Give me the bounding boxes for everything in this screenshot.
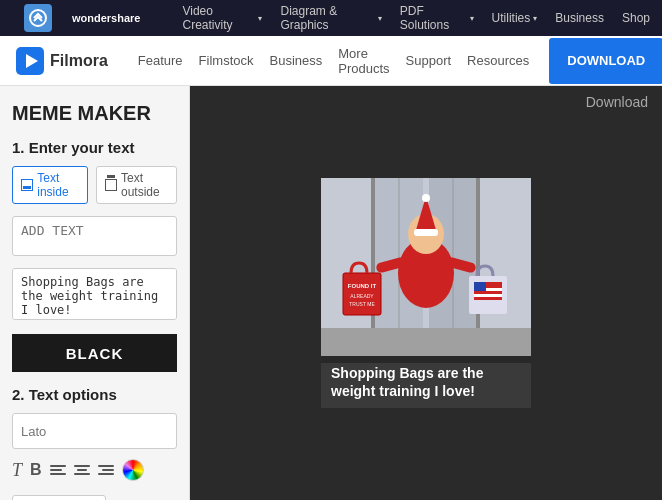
align-center-icon[interactable] <box>74 465 90 475</box>
sec-nav-items: Feature Filmstock Business More Products… <box>138 46 529 76</box>
meme-image: FOUND IT ALREADY TRUST ME Shopping Bags … <box>321 178 531 408</box>
bottom-text-input[interactable]: Shopping Bags are the weight training I … <box>12 268 177 320</box>
secondary-navigation: Filmora Feature Filmstock Business More … <box>0 36 662 86</box>
caption-bar: Shopping Bags are the weight training I … <box>321 356 531 408</box>
section1-label: 1. Enter your text <box>12 139 177 156</box>
svg-rect-15 <box>414 229 438 236</box>
top-nav-items: Video Creativity ▾ Diagram & Graphics ▾ … <box>182 4 650 32</box>
text-inside-option[interactable]: Text inside <box>12 166 88 204</box>
sec-nav-more-products[interactable]: More Products <box>338 46 389 76</box>
sec-nav-feature[interactable]: Feature <box>138 53 183 68</box>
caption-text: Shopping Bags are the weight training I … <box>331 364 521 400</box>
section2-label: 2. Text options <box>12 386 177 403</box>
main-layout: MEME MAKER 1. Enter your text Text insid… <box>0 86 662 500</box>
sec-nav-buttons: DOWNLOAD BUY NOW <box>549 38 662 84</box>
wondershare-logo[interactable]: wondershare <box>12 0 152 36</box>
reset-button[interactable]: ↺ RESET <box>12 495 106 500</box>
align-right-icon[interactable] <box>98 465 114 475</box>
nav-shop[interactable]: Shop <box>622 11 650 25</box>
sec-nav-business[interactable]: Business <box>270 53 323 68</box>
svg-text:ALREADY: ALREADY <box>350 293 374 299</box>
nav-utilities[interactable]: Utilities ▾ <box>492 11 538 25</box>
content-area: Download <box>190 86 662 500</box>
svg-rect-28 <box>474 282 486 291</box>
align-left-icon[interactable] <box>50 465 66 475</box>
nav-video-creativity[interactable]: Video Creativity ▾ <box>182 4 262 32</box>
sec-nav-resources[interactable]: Resources <box>467 53 529 68</box>
font-size-icon[interactable]: T <box>12 460 22 481</box>
chevron-down-icon: ▾ <box>470 14 474 23</box>
logo-text: wondershare <box>72 12 140 24</box>
sidebar-title: MEME MAKER <box>12 102 177 125</box>
svg-point-16 <box>422 194 430 202</box>
download-button[interactable]: DOWNLOAD <box>549 38 662 84</box>
svg-text:FOUND IT: FOUND IT <box>348 283 377 289</box>
sec-nav-support[interactable]: Support <box>406 53 452 68</box>
text-position-row: Text inside Text outside <box>12 166 177 204</box>
chevron-down-icon: ▾ <box>378 14 382 23</box>
chevron-down-icon: ▾ <box>533 14 537 23</box>
download-main-button[interactable]: Download <box>586 94 648 110</box>
color-picker-icon[interactable] <box>122 459 144 481</box>
logo-icon <box>24 4 52 32</box>
filmora-brand-text: Filmora <box>50 52 108 70</box>
sidebar: MEME MAKER 1. Enter your text Text insid… <box>0 86 190 500</box>
nav-business[interactable]: Business <box>555 11 604 25</box>
bold-icon[interactable]: B <box>30 461 42 479</box>
text-inside-icon <box>21 179 33 191</box>
font-input[interactable] <box>12 413 177 449</box>
filmora-logo-icon <box>16 47 44 75</box>
meme-scene-svg: FOUND IT ALREADY TRUST ME <box>321 178 531 363</box>
svg-rect-27 <box>474 294 502 297</box>
svg-text:TRUST ME: TRUST ME <box>349 301 375 307</box>
top-navigation: wondershare Video Creativity ▾ Diagram &… <box>0 0 662 36</box>
text-tools-row: T B <box>12 459 177 481</box>
nav-diagram-graphics[interactable]: Diagram & Graphics ▾ <box>280 4 381 32</box>
filmora-brand[interactable]: Filmora <box>16 47 108 75</box>
add-text-input[interactable] <box>12 216 177 256</box>
color-button[interactable]: BLACK <box>12 334 177 372</box>
text-outside-icon <box>105 179 117 191</box>
meme-container: FOUND IT ALREADY TRUST ME Shopping Bags … <box>321 178 531 408</box>
sec-nav-filmstock[interactable]: Filmstock <box>199 53 254 68</box>
content-top-bar: Download <box>572 86 662 118</box>
nav-pdf-solutions[interactable]: PDF Solutions ▾ <box>400 4 474 32</box>
chevron-down-icon: ▾ <box>258 14 262 23</box>
text-outside-option[interactable]: Text outside <box>96 166 177 204</box>
